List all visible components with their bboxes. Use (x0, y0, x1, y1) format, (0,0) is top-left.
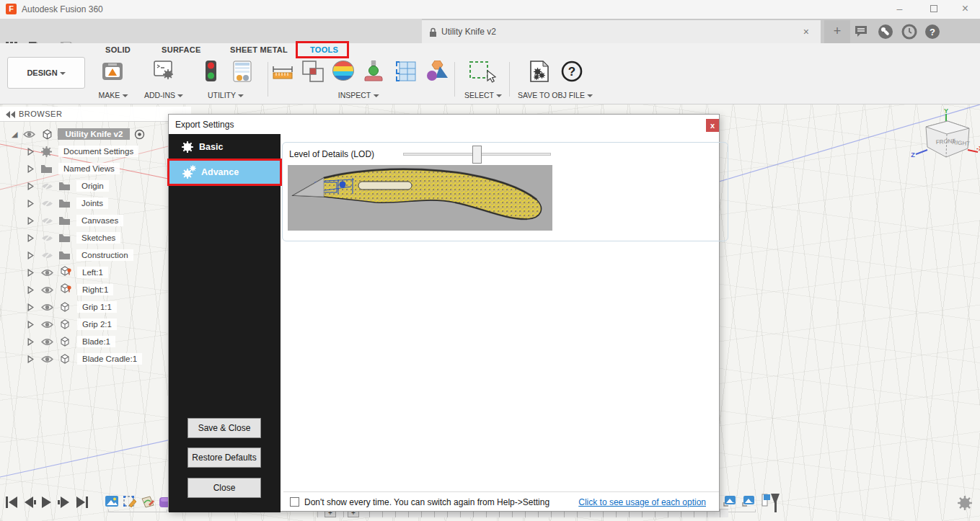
document-tab[interactable]: Utility Knife v2 × (422, 20, 821, 43)
tree-row[interactable]: Named Views (27, 161, 120, 176)
tree-label[interactable]: Right:1 (77, 284, 113, 295)
restore-defaults-button[interactable]: Restore Defaults (187, 447, 261, 468)
viewcube[interactable]: Y FRONT RIGHT Z -X (910, 107, 980, 173)
interference-icon[interactable] (302, 61, 324, 82)
expander-icon[interactable] (27, 148, 34, 156)
tree-label[interactable]: Canvases (76, 215, 123, 226)
tree-row[interactable]: Construction (27, 248, 133, 262)
tree-row[interactable]: Sketches (27, 231, 120, 245)
draft-analysis-icon[interactable] (425, 61, 449, 82)
utility-group-label[interactable]: UTILITY (208, 91, 244, 99)
measure-icon[interactable] (273, 66, 293, 79)
browser-panel-header[interactable]: BROWSER (0, 107, 191, 122)
tree-row[interactable]: Right:1 (27, 282, 113, 297)
help-icon[interactable]: ? (924, 24, 940, 40)
expander-icon[interactable] (27, 269, 34, 277)
timeline-canvas-feature-icon[interactable] (105, 496, 118, 507)
utility-report-icon[interactable] (233, 61, 252, 82)
close-button[interactable]: Close (187, 478, 261, 498)
save-obj-group-label[interactable]: SAVE TO OBJ FILE (518, 91, 593, 99)
timeline-canvas-feature-icon[interactable] (742, 496, 755, 507)
tree-label[interactable]: Named Views (58, 163, 120, 174)
eye-icon[interactable] (41, 355, 53, 364)
expander-icon[interactable] (27, 200, 34, 208)
tree-label[interactable]: Blade Cradle:1 (77, 353, 142, 365)
tree-row[interactable]: Joints (27, 196, 108, 210)
validate-icon[interactable] (364, 61, 383, 82)
job-status-icon[interactable] (878, 24, 893, 40)
section-analysis-icon[interactable] (395, 61, 417, 82)
expander-icon[interactable] (27, 321, 34, 329)
expander-icon[interactable] (27, 251, 34, 259)
tab-surface[interactable]: SURFACE (162, 45, 201, 54)
tree-label[interactable]: Joints (76, 197, 108, 209)
obj-help-icon[interactable]: ? (561, 61, 583, 82)
notification-clock-icon[interactable] (901, 24, 917, 40)
dialog-close-button[interactable]: x (706, 119, 719, 132)
document-tab-close-icon[interactable]: × (799, 26, 813, 37)
expander-icon[interactable] (27, 338, 34, 346)
tree-row[interactable]: Document Settings (27, 144, 138, 159)
tree-label[interactable]: Grip 2:1 (77, 319, 117, 330)
timeline-sketch-feature-icon[interactable] (141, 496, 154, 508)
tree-label[interactable]: Origin (76, 180, 109, 192)
usage-help-link[interactable]: Click to see usage of each option (490, 497, 706, 507)
timeline-canvas-feature-icon[interactable] (723, 496, 736, 507)
expander-icon[interactable] (27, 165, 34, 173)
make-3d-print-icon[interactable] (102, 61, 123, 81)
minimize-button[interactable]: – (883, 0, 916, 19)
select-group-label[interactable]: SELECT (464, 91, 502, 99)
dialog-nav-advance[interactable]: Advance (167, 159, 282, 186)
expander-icon[interactable]: ◢ (12, 130, 17, 139)
make-group-label[interactable]: MAKE (99, 91, 128, 99)
eye-off-icon[interactable] (41, 233, 53, 243)
tab-solid[interactable]: SOLID (105, 45, 131, 54)
lod-slider-handle[interactable] (472, 146, 482, 164)
expander-icon[interactable] (27, 355, 34, 363)
tree-row-root[interactable]: ◢ Utility Knife v2 (12, 127, 145, 141)
eye-icon[interactable] (41, 268, 53, 277)
utility-traffic-light-icon[interactable] (205, 61, 217, 82)
eye-icon[interactable] (41, 337, 53, 347)
tree-label[interactable]: Left:1 (77, 267, 108, 278)
eye-icon[interactable] (41, 303, 53, 312)
expander-icon[interactable] (27, 234, 34, 242)
tree-label[interactable]: Document Settings (58, 146, 138, 157)
close-window-button[interactable]: × (949, 0, 980, 19)
dialog-nav-basic[interactable]: Basic (169, 136, 281, 158)
eye-off-icon[interactable] (41, 199, 53, 208)
eye-icon[interactable] (23, 130, 35, 139)
tab-sheet-metal[interactable]: SHEET METAL (230, 45, 288, 54)
curvature-map-icon[interactable] (332, 61, 354, 81)
eye-icon[interactable] (41, 285, 53, 295)
tree-label[interactable]: Grip 1:1 (77, 301, 117, 313)
tree-row[interactable]: Left:1 (27, 265, 108, 280)
tree-row[interactable]: Grip 2:1 (27, 317, 117, 331)
tree-label[interactable]: Blade:1 (77, 336, 115, 347)
select-icon[interactable] (469, 61, 496, 84)
eye-off-icon[interactable] (41, 251, 53, 260)
timeline-edit-feature-icon[interactable] (123, 496, 136, 508)
expander-icon[interactable] (27, 303, 34, 311)
tree-label[interactable]: Construction (76, 249, 133, 261)
tree-row[interactable]: Blade:1 (27, 334, 115, 349)
inspect-group-label[interactable]: INSPECT (338, 91, 379, 99)
addins-group-label[interactable]: ADD-INS (144, 91, 183, 99)
tree-label[interactable]: Sketches (76, 232, 120, 244)
eye-off-icon[interactable] (41, 182, 53, 191)
timeline-marker-flag-icon[interactable] (761, 492, 782, 512)
save-and-close-button[interactable]: Save & Close (187, 418, 261, 438)
tree-row[interactable]: Grip 1:1 (27, 300, 117, 314)
eye-icon[interactable] (41, 320, 53, 329)
addins-script-icon[interactable] (153, 61, 175, 81)
expander-icon[interactable] (27, 217, 34, 225)
timeline-playback-controls[interactable] (6, 496, 92, 509)
maximize-button[interactable] (917, 0, 950, 19)
tree-row[interactable]: Canvases (27, 213, 123, 228)
collapse-panel-icon[interactable] (6, 111, 16, 118)
tree-label[interactable]: Utility Knife v2 (58, 128, 130, 140)
expander-icon[interactable] (27, 182, 34, 190)
dont-show-checkbox[interactable] (290, 497, 299, 507)
activate-target-icon[interactable] (134, 129, 145, 140)
settings-gear-icon[interactable] (958, 496, 972, 510)
